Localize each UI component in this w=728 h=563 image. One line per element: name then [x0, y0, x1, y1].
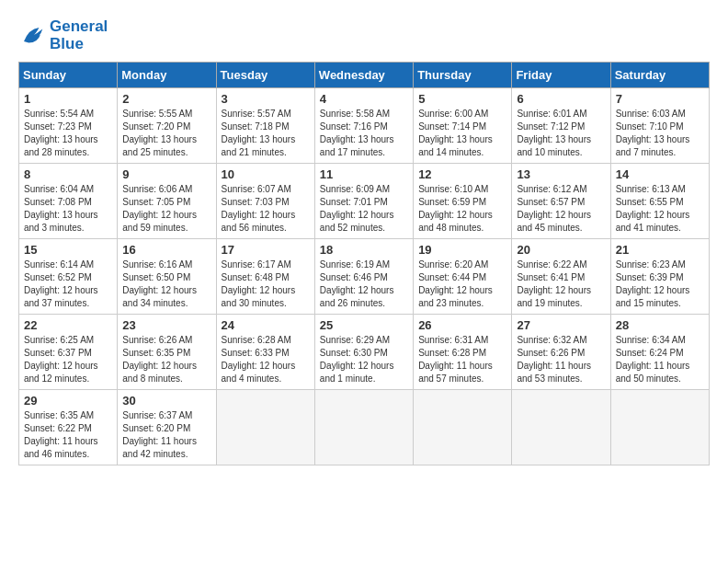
day-header-sunday: Sunday: [19, 63, 118, 88]
calendar-cell: 23Sunrise: 6:26 AMSunset: 6:35 PMDayligh…: [118, 315, 216, 390]
day-info: Sunrise: 6:12 AMSunset: 6:57 PMDaylight:…: [517, 183, 605, 235]
calendar-cell: 19Sunrise: 6:20 AMSunset: 6:44 PMDayligh…: [414, 239, 512, 315]
day-number: 6: [517, 92, 605, 106]
calendar-cell: 24Sunrise: 6:28 AMSunset: 6:33 PMDayligh…: [216, 315, 314, 390]
day-number: 14: [616, 167, 704, 181]
calendar-cell: [314, 390, 413, 465]
day-info: Sunrise: 6:14 AMSunset: 6:52 PMDaylight:…: [24, 259, 112, 310]
day-number: 24: [222, 318, 310, 332]
day-number: 25: [320, 318, 408, 332]
calendar-cell: 9Sunrise: 6:06 AMSunset: 7:05 PMDaylight…: [118, 164, 216, 239]
day-info: Sunrise: 6:20 AMSunset: 6:44 PMDaylight:…: [418, 259, 506, 310]
day-info: Sunrise: 6:25 AMSunset: 6:37 PMDaylight:…: [24, 334, 112, 385]
day-number: 22: [24, 318, 112, 332]
calendar-cell: 28Sunrise: 6:34 AMSunset: 6:24 PMDayligh…: [610, 315, 709, 390]
calendar-body: 1Sunrise: 5:54 AMSunset: 7:23 PMDaylight…: [19, 88, 710, 465]
logo-text: General Blue: [50, 18, 108, 52]
calendar-cell: 5Sunrise: 6:00 AMSunset: 7:14 PMDaylight…: [414, 88, 512, 164]
calendar-cell: 22Sunrise: 6:25 AMSunset: 6:37 PMDayligh…: [19, 315, 118, 390]
day-number: 1: [24, 92, 112, 106]
calendar-cell: 12Sunrise: 6:10 AMSunset: 6:59 PMDayligh…: [414, 164, 512, 239]
day-info: Sunrise: 6:31 AMSunset: 6:28 PMDaylight:…: [418, 334, 506, 385]
day-info: Sunrise: 5:55 AMSunset: 7:20 PMDaylight:…: [122, 108, 210, 159]
calendar-cell: 25Sunrise: 6:29 AMSunset: 6:30 PMDayligh…: [314, 315, 413, 390]
day-number: 21: [616, 243, 704, 257]
calendar-cell: 6Sunrise: 6:01 AMSunset: 7:12 PMDaylight…: [512, 88, 610, 164]
day-info: Sunrise: 5:54 AMSunset: 7:23 PMDaylight:…: [24, 108, 112, 159]
day-number: 18: [320, 243, 408, 257]
day-number: 11: [320, 167, 408, 181]
day-number: 16: [122, 243, 210, 257]
day-number: 15: [24, 243, 112, 257]
day-info: Sunrise: 6:35 AMSunset: 6:22 PMDaylight:…: [24, 409, 112, 461]
calendar-week-3: 15Sunrise: 6:14 AMSunset: 6:52 PMDayligh…: [19, 239, 710, 315]
calendar-cell: 10Sunrise: 6:07 AMSunset: 7:03 PMDayligh…: [216, 164, 314, 239]
calendar-week-5: 29Sunrise: 6:35 AMSunset: 6:22 PMDayligh…: [19, 390, 710, 465]
calendar-week-1: 1Sunrise: 5:54 AMSunset: 7:23 PMDaylight…: [19, 88, 710, 164]
day-header-monday: Monday: [118, 63, 216, 88]
day-number: 3: [222, 92, 310, 106]
calendar-cell: [610, 390, 709, 465]
calendar-table: SundayMondayTuesdayWednesdayThursdayFrid…: [18, 62, 710, 465]
calendar-cell: 15Sunrise: 6:14 AMSunset: 6:52 PMDayligh…: [19, 239, 118, 315]
day-header-wednesday: Wednesday: [314, 63, 413, 88]
day-number: 27: [517, 318, 605, 332]
calendar-cell: 26Sunrise: 6:31 AMSunset: 6:28 PMDayligh…: [414, 315, 512, 390]
day-number: 23: [122, 318, 210, 332]
day-info: Sunrise: 6:19 AMSunset: 6:46 PMDaylight:…: [320, 259, 408, 310]
day-number: 2: [122, 92, 210, 106]
day-number: 26: [418, 318, 506, 332]
day-info: Sunrise: 6:16 AMSunset: 6:50 PMDaylight:…: [122, 259, 210, 310]
calendar-cell: 30Sunrise: 6:37 AMSunset: 6:20 PMDayligh…: [118, 390, 216, 465]
calendar-cell: 3Sunrise: 5:57 AMSunset: 7:18 PMDaylight…: [216, 88, 314, 164]
calendar-cell: 16Sunrise: 6:16 AMSunset: 6:50 PMDayligh…: [118, 239, 216, 315]
day-info: Sunrise: 5:57 AMSunset: 7:18 PMDaylight:…: [222, 108, 310, 159]
day-number: 28: [616, 318, 704, 332]
day-info: Sunrise: 6:22 AMSunset: 6:41 PMDaylight:…: [517, 259, 605, 310]
calendar-cell: 11Sunrise: 6:09 AMSunset: 7:01 PMDayligh…: [314, 164, 413, 239]
calendar-cell: 29Sunrise: 6:35 AMSunset: 6:22 PMDayligh…: [19, 390, 118, 465]
page-header: General Blue: [18, 18, 710, 52]
day-number: 7: [616, 92, 704, 106]
calendar-cell: 7Sunrise: 6:03 AMSunset: 7:10 PMDaylight…: [610, 88, 709, 164]
day-info: Sunrise: 6:28 AMSunset: 6:33 PMDaylight:…: [222, 334, 310, 385]
day-info: Sunrise: 6:17 AMSunset: 6:48 PMDaylight:…: [222, 259, 310, 310]
logo: General Blue: [18, 18, 108, 52]
calendar-cell: 27Sunrise: 6:32 AMSunset: 6:26 PMDayligh…: [512, 315, 610, 390]
calendar-cell: 8Sunrise: 6:04 AMSunset: 7:08 PMDaylight…: [19, 164, 118, 239]
day-info: Sunrise: 6:34 AMSunset: 6:24 PMDaylight:…: [616, 334, 704, 385]
day-number: 8: [24, 167, 112, 181]
calendar-week-4: 22Sunrise: 6:25 AMSunset: 6:37 PMDayligh…: [19, 315, 710, 390]
calendar-cell: 17Sunrise: 6:17 AMSunset: 6:48 PMDayligh…: [216, 239, 314, 315]
day-info: Sunrise: 6:10 AMSunset: 6:59 PMDaylight:…: [418, 183, 506, 235]
day-number: 20: [517, 243, 605, 257]
calendar-cell: 21Sunrise: 6:23 AMSunset: 6:39 PMDayligh…: [610, 239, 709, 315]
day-info: Sunrise: 6:26 AMSunset: 6:35 PMDaylight:…: [122, 334, 210, 385]
day-number: 5: [418, 92, 506, 106]
calendar-cell: 13Sunrise: 6:12 AMSunset: 6:57 PMDayligh…: [512, 164, 610, 239]
day-number: 12: [418, 167, 506, 181]
day-number: 9: [122, 167, 210, 181]
day-info: Sunrise: 6:09 AMSunset: 7:01 PMDaylight:…: [320, 183, 408, 235]
calendar-cell: [414, 390, 512, 465]
calendar-cell: 4Sunrise: 5:58 AMSunset: 7:16 PMDaylight…: [314, 88, 413, 164]
day-number: 4: [320, 92, 408, 106]
logo-icon: [18, 22, 46, 50]
day-info: Sunrise: 6:32 AMSunset: 6:26 PMDaylight:…: [517, 334, 605, 385]
calendar-cell: [216, 390, 314, 465]
day-number: 29: [24, 394, 112, 408]
day-number: 17: [222, 243, 310, 257]
day-header-thursday: Thursday: [414, 63, 512, 88]
day-header-tuesday: Tuesday: [216, 63, 314, 88]
day-info: Sunrise: 5:58 AMSunset: 7:16 PMDaylight:…: [320, 108, 408, 159]
day-header-friday: Friday: [512, 63, 610, 88]
calendar-cell: [512, 390, 610, 465]
day-info: Sunrise: 6:06 AMSunset: 7:05 PMDaylight:…: [122, 183, 210, 235]
day-info: Sunrise: 6:07 AMSunset: 7:03 PMDaylight:…: [222, 183, 310, 235]
calendar-cell: 18Sunrise: 6:19 AMSunset: 6:46 PMDayligh…: [314, 239, 413, 315]
calendar-week-2: 8Sunrise: 6:04 AMSunset: 7:08 PMDaylight…: [19, 164, 710, 239]
day-info: Sunrise: 6:00 AMSunset: 7:14 PMDaylight:…: [418, 108, 506, 159]
calendar-cell: 2Sunrise: 5:55 AMSunset: 7:20 PMDaylight…: [118, 88, 216, 164]
day-number: 19: [418, 243, 506, 257]
day-info: Sunrise: 6:29 AMSunset: 6:30 PMDaylight:…: [320, 334, 408, 385]
